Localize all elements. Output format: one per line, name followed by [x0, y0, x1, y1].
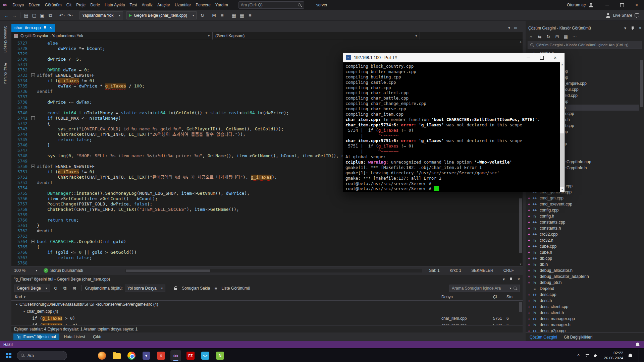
file-list-scrollbar[interactable] [639, 50, 644, 333]
menu-item-görünüm[interactable]: Görünüm [43, 0, 64, 10]
file-item[interactable]: +hcrc32.h [526, 237, 644, 243]
menu-item-derle[interactable]: Derle [88, 0, 102, 10]
minimize-button[interactable] [600, 0, 614, 10]
list-view-icon[interactable]: ≡ [212, 285, 219, 292]
home-icon[interactable]: ⌂ [527, 33, 535, 40]
scrollbar-thumb[interactable] [519, 198, 522, 253]
scope-dropdown[interactable]: (Genel Kapsam) ▾ [213, 32, 420, 40]
visual-studio-icon[interactable]: ∞ [170, 350, 181, 361]
line-indicator[interactable]: Sat: 1 [429, 268, 439, 273]
scrollbar-thumb[interactable] [519, 302, 522, 312]
navigate-back-icon[interactable]: ← [3, 11, 10, 19]
column-file[interactable]: Dosya [441, 295, 453, 299]
file-item[interactable]: +++desc_p2p.cpp [526, 328, 644, 333]
menu-item-git[interactable]: Git [64, 0, 74, 10]
column-col[interactable]: Stn [506, 295, 513, 299]
find-scope-dropdown[interactable]: Geçerli Belge ▾ [14, 285, 50, 292]
file-item[interactable]: +++constants.cpp [526, 219, 644, 225]
column-indicator[interactable]: Krkt: 1 [450, 268, 462, 273]
account-button[interactable]: server [314, 3, 330, 7]
scroll-up-icon[interactable]: ▲ [560, 62, 565, 67]
notification-bell-icon[interactable] [635, 342, 640, 347]
results-search-box[interactable]: Arama Sonuçları İçinde Ara ▾ [449, 285, 520, 292]
result-row[interactable]: if (g_iTaxes != 0)char_item.cpp57346 [11, 322, 523, 325]
bookmark-list-icon[interactable]: ≡ [246, 11, 254, 19]
speaker-icon[interactable] [594, 354, 599, 358]
file-item[interactable]: +++desc_client.cpp [526, 304, 644, 310]
filezilla-icon[interactable]: FZ [185, 350, 196, 361]
start-debug-button[interactable]: ▶ Geçerli Belge (char_item.cpp) ▾ [126, 11, 197, 19]
close-button[interactable]: × [548, 53, 562, 62]
close-panel-icon[interactable]: × [639, 26, 641, 31]
result-group-row[interactable]: ▾char_item.cpp (4) [11, 308, 523, 315]
save-icon[interactable]: ▣ [39, 11, 46, 19]
column-code[interactable]: Kod▾ [11, 295, 25, 299]
more-icon[interactable]: ⋯ [571, 33, 579, 40]
switch-views-icon[interactable]: ⇆ [536, 33, 544, 40]
editor-horizontal-scrollbar[interactable] [125, 269, 422, 273]
close-button[interactable]: × [629, 0, 644, 10]
bookmark-next-icon[interactable]: ▦ [238, 11, 246, 19]
collapse-all-icon[interactable]: ⊟ [553, 33, 561, 40]
keep-results-label[interactable]: Sonuçları Sakla [182, 286, 210, 291]
quick-search-box[interactable]: Ara (Ctrl+Q) [238, 1, 304, 9]
bottom-tab-1[interactable]: Hata Listesi [61, 334, 89, 340]
start-button[interactable] [3, 350, 15, 361]
bottom-tab-0[interactable]: "g_iTaxes" öğesini bul [13, 334, 59, 340]
menu-item-dosya[interactable]: Dosya [10, 0, 26, 10]
problems-indicator[interactable]: ✓ Sorun bulunamadı [40, 268, 87, 273]
menu-item-düzen[interactable]: Düzen [26, 0, 43, 10]
chrome-icon[interactable] [126, 350, 137, 361]
feedback-icon[interactable] [635, 13, 639, 17]
pin-icon[interactable] [44, 26, 47, 30]
red-app-icon[interactable]: × [156, 350, 166, 361]
putty-title-bar[interactable]: >_ 192.168.1.100 - PuTTY × [343, 53, 565, 62]
bookmark-icon[interactable]: ▦ [230, 11, 237, 19]
sign-in-button[interactable]: Oturum aç [567, 3, 586, 7]
file-item[interactable]: +hconfig.h [526, 213, 644, 219]
window-position-icon[interactable]: ▾ [624, 26, 626, 31]
minimize-button[interactable] [522, 53, 535, 62]
chevron-down-icon[interactable]: ▾ [21, 310, 27, 313]
file-item[interactable]: +hdesc_manager.h [526, 322, 644, 328]
side-tab-sunucu-gezgini[interactable]: Sunucu Gezgini [4, 26, 8, 53]
maximize-button[interactable] [535, 53, 548, 62]
file-item[interactable]: +hconstants.h [526, 225, 644, 231]
configuration-dropdown[interactable]: Yapılandırma Yok ▾ [79, 11, 123, 19]
hot-reload-icon[interactable]: ↻ [199, 11, 206, 19]
list-view-label[interactable]: Liste Görünümü [221, 286, 250, 291]
copy-results-icon[interactable]: ⧉ [61, 285, 69, 292]
expand-all-icon[interactable]: ⊟ [71, 285, 78, 292]
window-layout-icon[interactable]: ⊞ [210, 11, 218, 19]
show-desktop-button[interactable] [639, 349, 640, 362]
person-icon[interactable] [588, 2, 594, 8]
file-item[interactable]: +++db.cpp [526, 255, 644, 261]
column-line[interactable]: Çi... [493, 295, 500, 299]
file-item[interactable]: +hcube.h [526, 249, 644, 255]
close-tab-icon[interactable]: × [50, 25, 52, 30]
live-share-label[interactable]: Live Share [613, 13, 632, 18]
scroll-up-icon[interactable]: ▲ [518, 40, 523, 44]
scrollbar-thumb[interactable] [640, 60, 643, 107]
file-item[interactable]: +hdebug_allocator_adapter.h [526, 274, 644, 280]
file-item[interactable]: +hdebug_allocator.h [526, 267, 644, 274]
file-item[interactable]: +++cmd_gm.cpp [526, 195, 644, 201]
putty-window[interactable]: >_ 192.168.1.100 - PuTTY × compiling blo… [343, 53, 565, 192]
code-app-icon[interactable]: <> [200, 350, 211, 361]
project-dropdown[interactable]: Çeşitli Dosyalar - Yapılandırma Yok ▾ [11, 32, 213, 40]
fold-toggle-icon[interactable]: − [31, 116, 35, 120]
save-all-icon[interactable]: ⧉ [47, 11, 54, 19]
file-item[interactable]: +++desc_manager.cpp [526, 316, 644, 322]
fold-toggle-icon[interactable]: − [31, 240, 35, 243]
menu-item-araçlar[interactable]: Araçlar [155, 0, 172, 10]
file-item[interactable]: +++cube.cpp [526, 243, 644, 249]
indent-mode-indicator[interactable]: SEKMELER [471, 268, 493, 273]
file-item[interactable]: +hdesc.h [526, 298, 644, 304]
file-item[interactable]: +hdebug_ptr.h [526, 280, 644, 286]
clock[interactable]: 02:22 26.06.2024 [604, 351, 623, 361]
network-icon[interactable] [584, 353, 589, 358]
file-item[interactable]: +++config.cpp [526, 207, 644, 213]
hidden-icons-chevron-icon[interactable]: ^ [578, 353, 580, 358]
menu-item-hata-ayıkla[interactable]: Hata Ayıkla [102, 0, 127, 10]
menu-item-analiz[interactable]: Analiz [139, 0, 155, 10]
